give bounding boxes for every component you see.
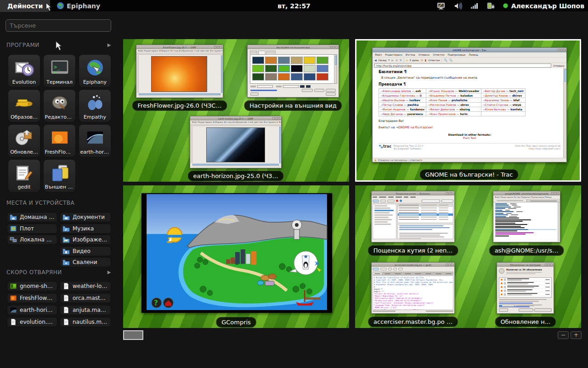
app-tile-epiphany[interactable]: Epiphany xyxy=(79,54,111,87)
display-icon[interactable] xyxy=(437,2,446,10)
translator-link[interactable]: Александър Шопов xyxy=(383,89,411,92)
place-item[interactable]: Домашна п… xyxy=(7,212,57,222)
app-tile-gimp[interactable]: Редактор … xyxy=(43,89,76,122)
window-label[interactable]: Обновление н… xyxy=(495,316,556,327)
window-label[interactable]: ash@GNOME:/usr/s… xyxy=(489,245,564,256)
bookmark-icon[interactable]: ▮ xyxy=(425,58,426,62)
wallpaper-thumb[interactable] xyxy=(265,57,277,64)
wallpaper-thumb[interactable] xyxy=(317,65,328,72)
zoom-in-icon[interactable]: 🔍 xyxy=(444,58,447,62)
recent-item[interactable]: gnome-shel… xyxy=(7,281,57,291)
browser-menu-item[interactable]: Изглед xyxy=(406,53,415,56)
workspace-4[interactable]: Пощенска кутия — Evolution Пощенска кути… xyxy=(355,185,581,328)
window-label[interactable]: Пощенска кутия (2 неп… xyxy=(368,245,458,256)
translator-link[interactable]: Ивайло Вълков xyxy=(383,98,405,102)
battery-icon[interactable] xyxy=(486,2,496,10)
app-tile-evolution[interactable]: Evolution xyxy=(8,54,40,87)
browser-menu-item[interactable]: Подпрозорци xyxy=(448,53,466,56)
volume-icon[interactable] xyxy=(453,2,463,10)
remove-workspace-button[interactable]: − xyxy=(558,331,569,339)
place-item[interactable]: Музика xyxy=(60,224,111,234)
place-item[interactable]: Свалени xyxy=(60,257,111,267)
translator-link[interactable]: Владимир Петков xyxy=(430,94,456,97)
recent-item[interactable]: orca.master.… xyxy=(60,293,111,303)
wallpaper-thumb[interactable] xyxy=(278,73,290,80)
window-gedit[interactable]: accerciser.master.bg.po — gedit # Bulgar… xyxy=(371,262,455,314)
translator-link[interactable]: Ясен Праматаров xyxy=(430,112,455,115)
clock[interactable]: вт, 22:57 xyxy=(277,2,311,10)
go-button[interactable]: Отиване xyxy=(553,64,565,67)
window-epiphany-trac[interactable]: GNOME на български! - Trac ФайлРедактира… xyxy=(372,47,567,162)
plain-text-link[interactable]: Plain Text xyxy=(379,136,560,139)
wallpaper-thumb[interactable] xyxy=(317,57,328,64)
browser-menu-item[interactable]: Отиване xyxy=(418,53,430,56)
wallpaper-thumb[interactable] xyxy=(304,57,316,64)
translator-link[interactable]: Атанас Кошаров xyxy=(430,89,454,92)
team-link[interactable]: GNOME на български! xyxy=(398,126,433,129)
wallpaper-thumb[interactable] xyxy=(291,73,303,80)
window-label[interactable]: accerciser.master.bg.po … xyxy=(368,316,458,327)
forward-icon[interactable]: ▶ xyxy=(391,58,394,62)
place-item[interactable]: Плот xyxy=(7,224,57,234)
place-item[interactable]: Локална мр… xyxy=(7,235,57,245)
window-update-manager[interactable]: Обновление на програми Налични са 39 обн… xyxy=(497,262,554,314)
app-tile-image-flower[interactable]: FreshFlow… xyxy=(43,124,76,157)
recent-item[interactable]: anjuta.mast… xyxy=(60,305,111,315)
user-menu[interactable]: Александър Шопов xyxy=(503,2,584,10)
translator-link[interactable]: Красимир Чонов xyxy=(485,98,509,102)
app-menu[interactable]: Epiphany xyxy=(57,2,100,10)
wallpaper-thumb[interactable] xyxy=(278,57,290,64)
network-signal-icon[interactable] xyxy=(470,2,479,10)
wallpaper-thumb-selected[interactable] xyxy=(278,65,290,72)
add-workspace-button[interactable]: + xyxy=(571,331,582,339)
wallpaper-thumb[interactable] xyxy=(252,65,264,72)
wallpaper-thumb[interactable] xyxy=(304,73,316,80)
translator-link[interactable]: Филип Андонов xyxy=(383,108,406,111)
translator-link[interactable]: Димитър Киров xyxy=(485,94,508,97)
browser-menu-item[interactable]: Файл xyxy=(375,53,382,56)
zoom-out-icon[interactable]: 🔍 xyxy=(449,58,453,62)
window-label[interactable]: FreshFlower.jpg-26.0 (ЧЗС… xyxy=(132,100,227,111)
wallpaper-thumb[interactable] xyxy=(265,65,277,72)
place-item[interactable]: Документи xyxy=(60,212,111,222)
window-evolution-mail[interactable]: Пощенска кутия — Evolution xyxy=(371,191,455,242)
reload-icon[interactable]: ↻ xyxy=(400,58,402,62)
translator-link[interactable]: Владимира Гиргинова xyxy=(383,94,415,97)
place-item[interactable]: Изображен… xyxy=(60,235,111,245)
activities-button[interactable]: Дейности xyxy=(0,0,50,12)
window-gimp-earth[interactable]: earth-horizon.jpg-25.0 — GIMP Файл Редак… xyxy=(190,116,282,168)
browser-menu-item[interactable]: Отметки xyxy=(433,53,444,56)
browser-menu-item[interactable]: Редактиране xyxy=(385,53,402,56)
recent-item[interactable]: earth-horizo… xyxy=(7,305,57,315)
app-tile-appearance[interactable]: Външен в… xyxy=(43,159,76,192)
search-input[interactable] xyxy=(6,19,111,32)
window-gimp-freshflower[interactable]: FreshFlower.jpg-26.0 — GIMP Файл Редакти… xyxy=(136,45,223,98)
wallpaper-thumb[interactable] xyxy=(265,73,277,80)
app-tile-gedit[interactable]: gedit xyxy=(8,159,40,192)
recent-expand-icon[interactable]: ▶ xyxy=(107,270,111,275)
recent-item[interactable]: evolution.m… xyxy=(7,317,57,327)
app-tile-empathy[interactable]: Empathy xyxy=(79,89,111,122)
url-bar[interactable]: http://fsa-bg.org/project/gtp xyxy=(374,63,551,68)
app-tile-terminal[interactable]: >_Терминал xyxy=(43,54,76,87)
history-icon[interactable]: ◔ xyxy=(421,58,423,62)
workspace-3[interactable]: ? GCompris xyxy=(123,185,349,328)
translator-link[interactable]: Явор Доганов xyxy=(383,112,402,115)
window-gcompris[interactable]: ? xyxy=(141,193,332,313)
wallpaper-thumb[interactable] xyxy=(252,57,264,64)
translator-link[interactable]: Филип Димитров xyxy=(430,108,455,111)
programs-expand-icon[interactable]: ▶ xyxy=(107,42,111,47)
browser-scrollbar[interactable] xyxy=(563,68,566,158)
recent-item[interactable]: weather-loc… xyxy=(60,281,111,291)
app-tile-gcompris[interactable]: Образов… xyxy=(8,89,40,122)
app-tile-updates[interactable]: Обновле… xyxy=(8,124,40,157)
workspace-2-active[interactable]: GNOME на български! - Trac ФайлРедактира… xyxy=(355,39,581,182)
translator-link[interactable]: Илия Пенев xyxy=(430,98,447,102)
window-label[interactable]: earth-horizon.jpg-25.0 (ЧЗ… xyxy=(188,171,284,181)
window-appearance-settings[interactable]: Настройки на външния вид xyxy=(247,45,339,98)
recent-item[interactable]: FreshFlower… xyxy=(7,293,57,303)
browser-menu-item[interactable]: Помощ xyxy=(469,53,478,56)
window-label[interactable]: GCompris xyxy=(216,317,256,328)
recent-item[interactable]: nautilus.mas… xyxy=(60,317,111,327)
translator-link[interactable]: Стойчо Станчев xyxy=(485,103,508,106)
